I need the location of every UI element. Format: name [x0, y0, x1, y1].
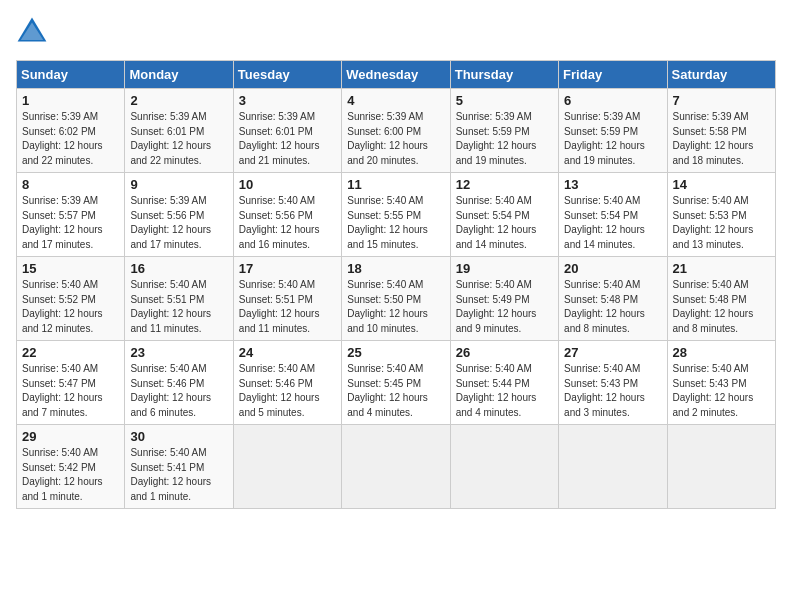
- day-number: 2: [130, 93, 227, 108]
- day-number: 6: [564, 93, 661, 108]
- day-number: 29: [22, 429, 119, 444]
- day-number: 22: [22, 345, 119, 360]
- calendar-cell: 15Sunrise: 5:40 AM Sunset: 5:52 PM Dayli…: [17, 257, 125, 341]
- day-info: Sunrise: 5:40 AM Sunset: 5:46 PM Dayligh…: [239, 362, 336, 420]
- day-number: 7: [673, 93, 770, 108]
- calendar-cell: 19Sunrise: 5:40 AM Sunset: 5:49 PM Dayli…: [450, 257, 558, 341]
- calendar-cell: 4Sunrise: 5:39 AM Sunset: 6:00 PM Daylig…: [342, 89, 450, 173]
- day-info: Sunrise: 5:40 AM Sunset: 5:50 PM Dayligh…: [347, 278, 444, 336]
- calendar-cell: 9Sunrise: 5:39 AM Sunset: 5:56 PM Daylig…: [125, 173, 233, 257]
- day-info: Sunrise: 5:40 AM Sunset: 5:47 PM Dayligh…: [22, 362, 119, 420]
- calendar-cell: 29Sunrise: 5:40 AM Sunset: 5:42 PM Dayli…: [17, 425, 125, 509]
- day-info: Sunrise: 5:40 AM Sunset: 5:43 PM Dayligh…: [673, 362, 770, 420]
- day-info: Sunrise: 5:40 AM Sunset: 5:41 PM Dayligh…: [130, 446, 227, 504]
- day-number: 9: [130, 177, 227, 192]
- calendar-cell: 12Sunrise: 5:40 AM Sunset: 5:54 PM Dayli…: [450, 173, 558, 257]
- day-number: 25: [347, 345, 444, 360]
- page-header: [16, 16, 776, 48]
- day-number: 27: [564, 345, 661, 360]
- day-number: 4: [347, 93, 444, 108]
- calendar-table: SundayMondayTuesdayWednesdayThursdayFrid…: [16, 60, 776, 509]
- calendar-cell: 27Sunrise: 5:40 AM Sunset: 5:43 PM Dayli…: [559, 341, 667, 425]
- calendar-cell: 1Sunrise: 5:39 AM Sunset: 6:02 PM Daylig…: [17, 89, 125, 173]
- day-info: Sunrise: 5:40 AM Sunset: 5:42 PM Dayligh…: [22, 446, 119, 504]
- day-number: 13: [564, 177, 661, 192]
- day-number: 21: [673, 261, 770, 276]
- calendar-cell: 7Sunrise: 5:39 AM Sunset: 5:58 PM Daylig…: [667, 89, 775, 173]
- calendar-cell: [342, 425, 450, 509]
- calendar-cell: [450, 425, 558, 509]
- day-number: 1: [22, 93, 119, 108]
- day-number: 28: [673, 345, 770, 360]
- calendar-cell: 17Sunrise: 5:40 AM Sunset: 5:51 PM Dayli…: [233, 257, 341, 341]
- calendar-cell: 21Sunrise: 5:40 AM Sunset: 5:48 PM Dayli…: [667, 257, 775, 341]
- calendar-cell: 25Sunrise: 5:40 AM Sunset: 5:45 PM Dayli…: [342, 341, 450, 425]
- day-number: 16: [130, 261, 227, 276]
- calendar-cell: 14Sunrise: 5:40 AM Sunset: 5:53 PM Dayli…: [667, 173, 775, 257]
- day-info: Sunrise: 5:39 AM Sunset: 6:02 PM Dayligh…: [22, 110, 119, 168]
- calendar-cell: 11Sunrise: 5:40 AM Sunset: 5:55 PM Dayli…: [342, 173, 450, 257]
- calendar-cell: 26Sunrise: 5:40 AM Sunset: 5:44 PM Dayli…: [450, 341, 558, 425]
- calendar-cell: [233, 425, 341, 509]
- calendar-cell: 8Sunrise: 5:39 AM Sunset: 5:57 PM Daylig…: [17, 173, 125, 257]
- calendar-cell: 16Sunrise: 5:40 AM Sunset: 5:51 PM Dayli…: [125, 257, 233, 341]
- weekday-header-thursday: Thursday: [450, 61, 558, 89]
- calendar-cell: 3Sunrise: 5:39 AM Sunset: 6:01 PM Daylig…: [233, 89, 341, 173]
- logo: [16, 16, 52, 48]
- day-number: 24: [239, 345, 336, 360]
- day-info: Sunrise: 5:39 AM Sunset: 6:01 PM Dayligh…: [239, 110, 336, 168]
- calendar-cell: 22Sunrise: 5:40 AM Sunset: 5:47 PM Dayli…: [17, 341, 125, 425]
- calendar-cell: 18Sunrise: 5:40 AM Sunset: 5:50 PM Dayli…: [342, 257, 450, 341]
- day-number: 14: [673, 177, 770, 192]
- calendar-cell: 28Sunrise: 5:40 AM Sunset: 5:43 PM Dayli…: [667, 341, 775, 425]
- day-number: 18: [347, 261, 444, 276]
- day-info: Sunrise: 5:40 AM Sunset: 5:45 PM Dayligh…: [347, 362, 444, 420]
- day-number: 10: [239, 177, 336, 192]
- day-info: Sunrise: 5:40 AM Sunset: 5:49 PM Dayligh…: [456, 278, 553, 336]
- weekday-header-saturday: Saturday: [667, 61, 775, 89]
- day-info: Sunrise: 5:40 AM Sunset: 5:44 PM Dayligh…: [456, 362, 553, 420]
- calendar-cell: 6Sunrise: 5:39 AM Sunset: 5:59 PM Daylig…: [559, 89, 667, 173]
- weekday-header-tuesday: Tuesday: [233, 61, 341, 89]
- day-info: Sunrise: 5:39 AM Sunset: 6:00 PM Dayligh…: [347, 110, 444, 168]
- calendar-cell: 20Sunrise: 5:40 AM Sunset: 5:48 PM Dayli…: [559, 257, 667, 341]
- day-number: 30: [130, 429, 227, 444]
- day-number: 20: [564, 261, 661, 276]
- day-number: 26: [456, 345, 553, 360]
- day-info: Sunrise: 5:40 AM Sunset: 5:53 PM Dayligh…: [673, 194, 770, 252]
- day-info: Sunrise: 5:40 AM Sunset: 5:43 PM Dayligh…: [564, 362, 661, 420]
- calendar-cell: [667, 425, 775, 509]
- weekday-header-sunday: Sunday: [17, 61, 125, 89]
- day-number: 17: [239, 261, 336, 276]
- day-info: Sunrise: 5:40 AM Sunset: 5:46 PM Dayligh…: [130, 362, 227, 420]
- day-info: Sunrise: 5:39 AM Sunset: 5:59 PM Dayligh…: [564, 110, 661, 168]
- day-number: 15: [22, 261, 119, 276]
- calendar-cell: 2Sunrise: 5:39 AM Sunset: 6:01 PM Daylig…: [125, 89, 233, 173]
- day-info: Sunrise: 5:39 AM Sunset: 5:56 PM Dayligh…: [130, 194, 227, 252]
- weekday-header-wednesday: Wednesday: [342, 61, 450, 89]
- day-info: Sunrise: 5:40 AM Sunset: 5:54 PM Dayligh…: [456, 194, 553, 252]
- day-number: 12: [456, 177, 553, 192]
- day-number: 19: [456, 261, 553, 276]
- calendar-cell: 24Sunrise: 5:40 AM Sunset: 5:46 PM Dayli…: [233, 341, 341, 425]
- calendar-cell: 30Sunrise: 5:40 AM Sunset: 5:41 PM Dayli…: [125, 425, 233, 509]
- day-info: Sunrise: 5:40 AM Sunset: 5:51 PM Dayligh…: [130, 278, 227, 336]
- calendar-cell: 23Sunrise: 5:40 AM Sunset: 5:46 PM Dayli…: [125, 341, 233, 425]
- day-number: 11: [347, 177, 444, 192]
- day-number: 5: [456, 93, 553, 108]
- day-info: Sunrise: 5:39 AM Sunset: 5:59 PM Dayligh…: [456, 110, 553, 168]
- logo-icon: [16, 16, 48, 48]
- day-info: Sunrise: 5:40 AM Sunset: 5:52 PM Dayligh…: [22, 278, 119, 336]
- day-number: 8: [22, 177, 119, 192]
- calendar-cell: 10Sunrise: 5:40 AM Sunset: 5:56 PM Dayli…: [233, 173, 341, 257]
- calendar-cell: 13Sunrise: 5:40 AM Sunset: 5:54 PM Dayli…: [559, 173, 667, 257]
- day-info: Sunrise: 5:40 AM Sunset: 5:48 PM Dayligh…: [673, 278, 770, 336]
- calendar-cell: 5Sunrise: 5:39 AM Sunset: 5:59 PM Daylig…: [450, 89, 558, 173]
- weekday-header-friday: Friday: [559, 61, 667, 89]
- day-info: Sunrise: 5:39 AM Sunset: 5:58 PM Dayligh…: [673, 110, 770, 168]
- calendar-cell: [559, 425, 667, 509]
- day-info: Sunrise: 5:39 AM Sunset: 6:01 PM Dayligh…: [130, 110, 227, 168]
- day-info: Sunrise: 5:40 AM Sunset: 5:54 PM Dayligh…: [564, 194, 661, 252]
- day-number: 23: [130, 345, 227, 360]
- day-info: Sunrise: 5:40 AM Sunset: 5:51 PM Dayligh…: [239, 278, 336, 336]
